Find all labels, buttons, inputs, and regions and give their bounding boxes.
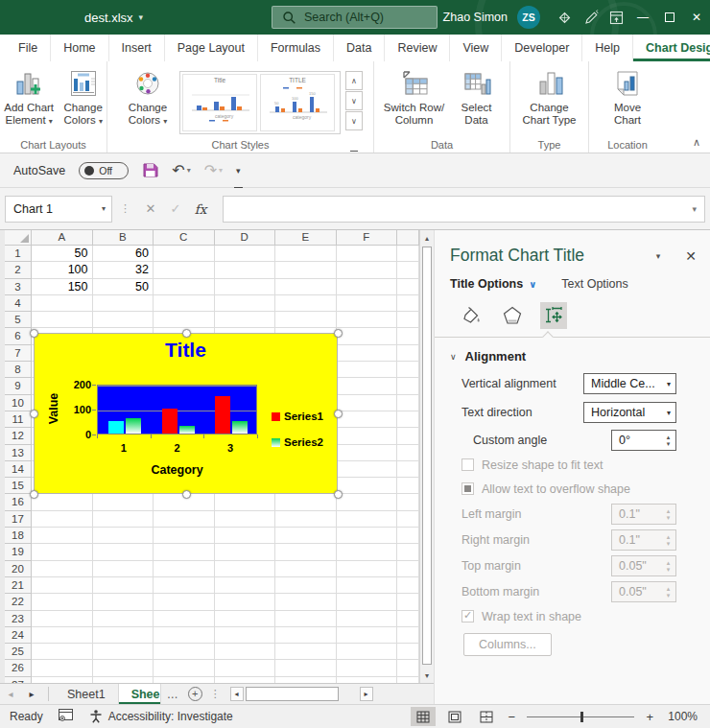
dropdown-text-direction[interactable]: Horizontal▾ <box>583 402 676 423</box>
row-header-21[interactable]: 21 <box>5 577 32 594</box>
accessibility-status[interactable]: Accessibility: Investigate <box>88 709 233 724</box>
undo-button[interactable]: ↶▾ <box>172 161 190 179</box>
chart-selection-handle[interactable] <box>334 490 343 499</box>
row-header-13[interactable]: 13 <box>5 445 32 461</box>
macro-record-button[interactable] <box>58 708 74 726</box>
cell-clipped[interactable] <box>397 577 419 594</box>
cell-b24[interactable] <box>93 627 154 644</box>
row-header-12[interactable]: 12 <box>5 428 32 444</box>
cell-clipped[interactable] <box>397 345 419 362</box>
formula-bar-splitter[interactable]: ⋮ <box>120 202 130 215</box>
cell-b19[interactable] <box>93 544 154 560</box>
bar-series1-cat2[interactable] <box>162 409 178 434</box>
cell-a3[interactable]: 150 <box>32 279 93 295</box>
cell-f17[interactable] <box>337 511 398 528</box>
row-header-14[interactable]: 14 <box>5 461 32 478</box>
cell-b3[interactable]: 50 <box>93 279 154 295</box>
scroll-down-button[interactable]: ▾ <box>420 668 434 683</box>
legend-series2[interactable]: Series2 <box>272 436 323 448</box>
ribbon-tab-review[interactable]: Review <box>385 35 450 61</box>
cell-e16[interactable] <box>275 494 337 510</box>
pane-options-icon[interactable]: ▾ <box>656 251 661 261</box>
cell-clipped[interactable] <box>397 511 419 528</box>
sheet-tab-shee[interactable]: Shee <box>119 684 161 704</box>
normal-view-button[interactable] <box>411 707 436 726</box>
hscroll-right-button[interactable]: ▸ <box>360 687 373 701</box>
cell-a5[interactable] <box>32 312 93 328</box>
cell-e18[interactable] <box>275 528 337 544</box>
cell-b23[interactable] <box>93 611 154 627</box>
spinner-up-icon[interactable]: ▴ <box>667 434 671 440</box>
column-header-d[interactable]: D <box>215 230 276 246</box>
cell-b4[interactable] <box>93 295 154 312</box>
search-box[interactable]: Search (Alt+Q) <box>272 6 438 29</box>
cell-f19[interactable] <box>337 544 398 560</box>
name-box[interactable]: Chart 1 ▾ <box>5 196 112 223</box>
cell-d5[interactable] <box>215 312 276 328</box>
cell-d2[interactable] <box>215 262 276 278</box>
cell-d19[interactable] <box>215 544 276 560</box>
cell-clipped[interactable] <box>397 461 419 478</box>
cell-a22[interactable] <box>32 594 93 610</box>
effects-icon[interactable] <box>499 302 526 329</box>
embedded-chart[interactable]: Title0100200123ValueCategorySeries1Serie… <box>34 333 338 494</box>
save-button[interactable] <box>142 162 158 178</box>
cell-b1[interactable]: 60 <box>93 246 154 262</box>
zoom-slider-thumb[interactable] <box>580 712 583 722</box>
cell-e22[interactable] <box>275 594 337 610</box>
cell-a24[interactable] <box>32 627 93 644</box>
ribbon-tab-page-layout[interactable]: Page Layout <box>165 35 258 61</box>
chart-selection-handle[interactable] <box>30 410 38 418</box>
cell-d25[interactable] <box>215 644 276 660</box>
cell-b16[interactable] <box>93 494 154 510</box>
chart-selection-handle[interactable] <box>30 329 38 338</box>
hscroll-left-button[interactable]: ◂ <box>230 687 244 701</box>
column-header-c[interactable]: C <box>154 230 215 246</box>
tab-text-options[interactable]: Text Options <box>561 277 627 291</box>
cell-c24[interactable] <box>154 627 215 644</box>
document-title-menu[interactable]: dest.xlsx ▾ <box>84 11 143 25</box>
cell-clipped[interactable] <box>397 246 419 262</box>
column-header-a[interactable]: A <box>32 230 93 246</box>
cell-clipped[interactable] <box>397 478 419 494</box>
cell-e2[interactable] <box>275 262 337 278</box>
cell-c1[interactable] <box>154 246 215 262</box>
cell-f18[interactable] <box>337 528 398 544</box>
cell-b20[interactable] <box>93 561 154 577</box>
zoom-percentage[interactable]: 100% <box>668 710 698 723</box>
customize-qat-button[interactable]: ▾ <box>236 166 241 176</box>
minimize-button[interactable]: — <box>629 0 656 35</box>
chart-selection-handle[interactable] <box>182 329 191 338</box>
row-header-19[interactable]: 19 <box>5 544 32 560</box>
cell-e19[interactable] <box>275 544 337 560</box>
collapse-ribbon-button[interactable]: ∧ <box>693 136 700 149</box>
gallery-scroll-up-button[interactable]: ∧ <box>345 71 363 90</box>
cell-f24[interactable] <box>337 627 398 644</box>
new-sheet-button[interactable]: + <box>188 687 202 701</box>
cell-f8[interactable] <box>337 362 398 378</box>
cell-b17[interactable] <box>93 511 154 528</box>
cell-e4[interactable] <box>275 295 337 312</box>
cell-d16[interactable] <box>215 494 276 510</box>
cell-f22[interactable] <box>337 594 398 610</box>
cell-c23[interactable] <box>154 611 215 627</box>
cell-f23[interactable] <box>337 611 398 627</box>
cell-d24[interactable] <box>215 627 276 644</box>
chart-selection-handle[interactable] <box>182 490 191 499</box>
cell-e24[interactable] <box>275 627 337 644</box>
ribbon-tab-insert[interactable]: Insert <box>109 35 165 61</box>
cell-c21[interactable] <box>154 577 215 594</box>
cell-clipped[interactable] <box>397 395 419 411</box>
row-header-25[interactable]: 25 <box>5 644 32 660</box>
cell-b25[interactable] <box>93 644 154 660</box>
cell-c4[interactable] <box>154 295 215 312</box>
cell-f20[interactable] <box>337 561 398 577</box>
cell-d4[interactable] <box>215 295 276 312</box>
cell-c5[interactable] <box>154 312 215 328</box>
bar-series2-cat3[interactable] <box>232 421 248 434</box>
cell-f21[interactable] <box>337 577 398 594</box>
sheet-tab-sheet1[interactable]: Sheet1 <box>55 684 119 704</box>
cell-e5[interactable] <box>275 312 337 328</box>
cell-c20[interactable] <box>154 561 215 577</box>
cell-clipped[interactable] <box>397 528 419 544</box>
